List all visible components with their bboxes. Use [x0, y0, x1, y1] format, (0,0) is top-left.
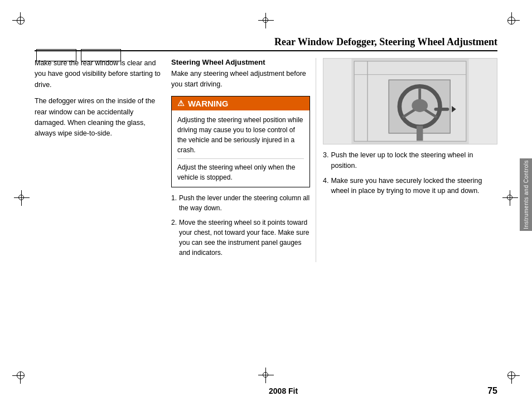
page-header: Rear Window Defogger, Steering Wheel Adj…: [35, 36, 497, 51]
page-inner: Rear Window Defogger, Steering Wheel Adj…: [35, 36, 497, 365]
warning-icon: ⚠: [177, 99, 185, 108]
step3-num: 3.: [323, 150, 328, 171]
warning-label: WARNING: [188, 99, 229, 108]
steering-svg: [323, 59, 497, 144]
crosshair-top: [261, 16, 271, 26]
left-para1: Make sure the rear window is clear and y…: [35, 58, 163, 90]
reg-mark-tr: [504, 17, 515, 28]
svg-rect-12: [434, 108, 449, 111]
left-para2: The defogger wires on the inside of the …: [35, 96, 163, 139]
crosshair-bottom: [261, 370, 271, 380]
reg-mark-bl: [17, 368, 28, 379]
crosshair-right: [505, 193, 515, 203]
side-tab-text: Instruments and Controls: [523, 160, 529, 229]
middle-steps-list: 1. Push the lever under the steering col…: [171, 193, 310, 258]
reg-mark-tl: [17, 17, 28, 28]
middle-step-2: 2. Move the steering wheel so it points …: [171, 218, 310, 258]
right-steps-list: 3. Push the lever up to lock the steerin…: [323, 150, 497, 196]
middle-step-1: 1. Push the lever under the steering col…: [171, 193, 310, 213]
svg-rect-11: [417, 125, 423, 141]
content-area: Make sure the rear window is clear and y…: [35, 58, 497, 262]
warning-header: ⚠ WARNING: [172, 96, 309, 110]
warning-text1: Adjusting the steering wheel position wh…: [177, 115, 304, 155]
step3-text: Push the lever up to lock the steering w…: [331, 150, 497, 171]
col-middle: Steering Wheel Adjustment Make any steer…: [171, 58, 316, 262]
steering-section-title: Steering Wheel Adjustment: [171, 58, 310, 66]
page-footer: 2008 Fit 75: [35, 384, 497, 396]
step1-text: Push the lever under the steering column…: [179, 193, 310, 213]
step4-text: Make sure you have securely locked the s…: [331, 176, 497, 197]
step4-num: 4.: [323, 176, 328, 197]
warning-body: Adjusting the steering wheel position wh…: [172, 110, 309, 187]
right-step-4: 4. Make sure you have securely locked th…: [323, 176, 497, 197]
steering-intro: Make any steering wheel adjustment befor…: [171, 69, 310, 90]
footer-center-label: 2008 Fit: [79, 387, 487, 395]
step1-num: 1.: [171, 193, 177, 213]
col-left: Make sure the rear window is clear and y…: [35, 58, 171, 262]
step2-text: Move the steering wheel so it points tow…: [179, 218, 310, 258]
steering-image: [323, 58, 497, 144]
crosshair-left: [17, 193, 27, 203]
warning-divider: [177, 158, 304, 159]
page-title: Rear Window Defogger, Steering Wheel Adj…: [274, 36, 497, 47]
reg-mark-br: [504, 368, 515, 379]
svg-point-10: [412, 99, 428, 112]
right-step-3: 3. Push the lever up to lock the steerin…: [323, 150, 497, 171]
warning-box: ⚠ WARNING Adjusting the steering wheel p…: [171, 96, 310, 187]
step2-num: 2.: [171, 218, 177, 258]
footer-page-number: 75: [487, 386, 497, 396]
side-tab: Instruments and Controls: [520, 158, 532, 231]
warning-text2: Adjust the steering wheel only when the …: [177, 162, 304, 182]
col-right: 3. Push the lever up to lock the steerin…: [316, 58, 497, 262]
